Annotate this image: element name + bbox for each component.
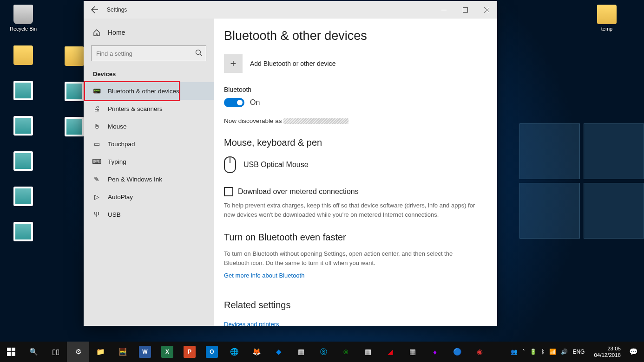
dropbox-app[interactable]: ◆ — [268, 342, 290, 362]
skype-icon: Ⓢ — [318, 346, 329, 357]
volume-icon[interactable]: 🔊 — [561, 349, 568, 355]
xbox-app[interactable]: ⊗ — [335, 342, 357, 362]
search-input[interactable] — [91, 45, 206, 61]
image-icon — [13, 81, 33, 100]
printer-icon: 🖨 — [93, 105, 100, 112]
sidebar-item-bluetooth[interactable]: 📟 Bluetooth & other devices — [84, 82, 214, 100]
app-icon: ▦ — [362, 346, 374, 357]
folder-icon — [597, 5, 617, 24]
close-button[interactable] — [476, 1, 497, 19]
firefox-app[interactable]: 🦊 — [245, 342, 268, 362]
battery-icon[interactable]: 🔋 — [530, 349, 537, 355]
bluetooth-tray-icon[interactable]: ᛒ — [541, 349, 545, 355]
calculator-app[interactable]: 🧮 — [112, 342, 134, 362]
app-icon: 🔵 — [452, 346, 463, 357]
start-button[interactable] — [0, 342, 22, 362]
mouse-icon: 🖱 — [93, 123, 100, 130]
desktop-icons-column-right: temp — [588, 5, 625, 32]
settings-window: Settings Home Devices 📟 Bluetooth & othe… — [84, 1, 497, 326]
outlook-app[interactable]: O — [201, 342, 223, 362]
bluetooth-toggle[interactable] — [224, 98, 244, 107]
word-app[interactable]: W — [134, 342, 156, 362]
touchpad-icon: ▭ — [93, 140, 100, 148]
plus-icon: + — [224, 54, 243, 73]
sidebar-item-touchpad[interactable]: ▭ Touchpad — [84, 135, 214, 153]
svg-rect-5 — [12, 352, 15, 356]
skype-app[interactable]: Ⓢ — [312, 342, 335, 362]
home-icon — [93, 29, 100, 36]
system-tray[interactable]: 👥 ˄ 🔋 ᛒ 📶 🔊 ENG — [506, 349, 589, 355]
desktop-icon[interactable] — [5, 187, 42, 208]
devices-printers-link[interactable]: Devices and printers — [224, 321, 279, 326]
bluetooth-devices-icon: 📟 — [93, 87, 100, 95]
powerpoint-app[interactable]: P — [178, 342, 201, 362]
desktop-icon[interactable] — [5, 222, 42, 243]
excel-icon: X — [161, 346, 173, 358]
avira-icon: ◢ — [385, 346, 396, 357]
mouse-device-icon — [224, 156, 236, 173]
metered-checkbox[interactable] — [224, 187, 233, 196]
app-icon: ▦ — [407, 346, 418, 357]
svg-rect-4 — [7, 352, 11, 356]
action-center-button[interactable]: 💬 — [625, 342, 641, 362]
desktop-icon[interactable] — [5, 45, 42, 67]
keyboard-icon: ⌨ — [93, 158, 100, 165]
people-icon[interactable]: 👥 — [511, 349, 518, 355]
pinned-app[interactable]: ▦ — [401, 342, 424, 362]
avira-app[interactable]: ◢ — [379, 342, 401, 362]
bluetooth-info-link[interactable]: Get more info about Bluetooth — [224, 272, 304, 279]
word-icon: W — [139, 346, 151, 358]
recycle-bin-icon — [13, 5, 33, 24]
titlebar[interactable]: Settings — [84, 1, 497, 19]
svg-point-1 — [196, 50, 201, 55]
file-explorer[interactable]: 📁 — [89, 342, 112, 362]
sidebar-item-autoplay[interactable]: ▷ AutoPlay — [84, 188, 214, 206]
tray-chevron-up-icon[interactable]: ˄ — [522, 349, 525, 355]
window-controls — [433, 1, 497, 19]
device-name: USB Optical Mouse — [243, 161, 309, 169]
add-device-button[interactable]: + Add Bluetooth or other device — [224, 54, 479, 73]
svg-rect-2 — [7, 348, 11, 351]
sidebar-item-mouse[interactable]: 🖱 Mouse — [84, 117, 214, 135]
window-title: Settings — [107, 6, 127, 13]
sidebar-item-usb[interactable]: Ψ USB — [84, 206, 214, 223]
dropbox-icon: ◆ — [273, 346, 284, 357]
back-button[interactable] — [89, 4, 100, 15]
pinned-app[interactable]: ▦ — [290, 342, 312, 362]
search-button[interactable]: 🔍 — [22, 342, 45, 362]
page-title: Bluetooth & other devices — [224, 29, 479, 43]
task-view-button[interactable]: ▯▯ — [45, 342, 67, 362]
taskbar[interactable]: 🔍 ▯▯ ⚙ 📁 🧮 W X P O 🌐 🦊 ◆ ▦ Ⓢ ⊗ ▦ ◢ ▦ ♦ 🔵… — [0, 342, 644, 362]
wifi-icon[interactable]: 📶 — [549, 349, 556, 355]
sidebar-item-typing[interactable]: ⌨ Typing — [84, 153, 214, 170]
sidebar-item-pen[interactable]: ✎ Pen & Windows Ink — [84, 170, 214, 188]
maximize-button[interactable] — [454, 1, 476, 19]
home-nav[interactable]: Home — [84, 24, 214, 41]
desktop-icon-recycle-bin[interactable]: Recycle Bin — [5, 5, 42, 32]
chrome-app[interactable]: 🌐 — [223, 342, 245, 362]
sidebar-item-label: Bluetooth & other devices — [108, 88, 179, 95]
sidebar-item-label: Pen & Windows Ink — [108, 176, 162, 183]
desktop-icon-temp[interactable]: temp — [588, 5, 625, 32]
pinned-app[interactable]: ▦ — [357, 342, 379, 362]
sidebar-item-printers[interactable]: 🖨 Printers & scanners — [84, 100, 214, 117]
minimize-button[interactable] — [433, 1, 454, 19]
pinned-app[interactable]: ◉ — [468, 342, 491, 362]
image-icon — [13, 116, 33, 136]
sidebar-item-label: Printers & scanners — [108, 105, 163, 112]
metered-label: Download over metered connections — [238, 187, 359, 196]
excel-app[interactable]: X — [156, 342, 178, 362]
sidebar-item-label: USB — [108, 211, 121, 218]
language-indicator[interactable]: ENG — [572, 349, 585, 355]
desktop-icon[interactable] — [5, 116, 42, 137]
folder-icon — [13, 45, 33, 65]
settings-app[interactable]: ⚙ — [67, 342, 89, 362]
desktop-icon[interactable] — [5, 81, 42, 102]
device-item-mouse[interactable]: USB Optical Mouse — [224, 155, 479, 187]
clock[interactable]: 23:05 04/12/2018 — [589, 345, 625, 359]
desktop-icons-column-1: Recycle Bin — [5, 5, 42, 243]
pinned-app[interactable]: 🔵 — [446, 342, 468, 362]
desktop-icon[interactable] — [5, 151, 42, 173]
pinned-app[interactable]: ♦ — [424, 342, 446, 362]
section-related: Related settings — [224, 300, 479, 310]
